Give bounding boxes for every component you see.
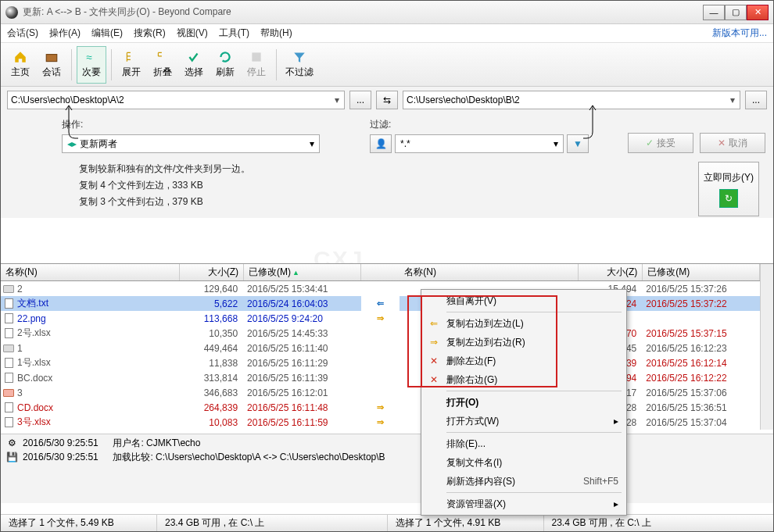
filter-person-button[interactable]: 👤 [370,134,392,153]
titlebar: 更新: A <--> B - 文件夹同步(O) - Beyond Compare… [1,1,773,24]
context-menu: 独自离开(V) ⇐复制右边到左边(L) ⇒复制左边到右边(R) ✕删除左边(F)… [421,289,627,516]
tb-stop: 停止 [242,46,271,84]
right-path-input[interactable] [407,95,729,105]
log-panel: ⚙2016/5/30 9:25:51 用户名: CJMKT\echo 💾2016… [1,434,773,503]
file-icon [2,373,15,384]
status-selection-right: 选择了 1 个文件, 4.91 KB [388,515,544,531]
table-row[interactable]: BC.docx313,8142016/5/25 16:11:39 [1,370,361,385]
ctx-isolate[interactable]: 独自离开(V) [423,291,625,310]
th-size[interactable]: 大小(Z) [180,264,244,280]
desc-line2: 复制 4 个文件到左边 , 333 KB [79,179,765,192]
ctx-open-with[interactable]: 打开方式(W)▸ [423,412,625,430]
menu-edit[interactable]: 编辑(E) [91,27,123,40]
chevron-down-icon[interactable]: ▾ [552,138,560,149]
ctx-exclude[interactable]: 排除(E)... [423,434,625,453]
ctx-copy-filename[interactable]: 复制文件名(I) [423,453,625,472]
swap-button[interactable]: ⇆ [376,91,398,109]
scrollbar[interactable] [760,264,773,430]
table-row[interactable]: 2129,6402016/5/25 15:34:41 [1,281,361,296]
tb-refresh[interactable]: 刷新 [210,46,240,84]
tb-nofilter[interactable]: 不过滤 [281,46,317,84]
menu-session[interactable]: 会话(S) [7,27,38,40]
file-icon [2,313,15,324]
description-panel: 复制较新和独有的文件/文件夹到另一边。 复制 4 个文件到左边 , 333 KB… [1,156,773,218]
diff-arrow [361,341,400,355]
statusbar: 选择了 1 个文件, 5.49 KB 23.4 GB 可用 , 在 C:\ 上 … [1,514,773,531]
tb-select[interactable]: 选择 [179,46,209,84]
refresh-icon: ↻ [719,189,738,208]
delete-icon: ✕ [428,355,440,366]
accept-button[interactable]: ✓接受 [628,133,693,153]
th-name[interactable]: 名称(N) [400,264,579,280]
table-row[interactable]: 文档.txt5,6222016/5/24 16:04:03 [1,296,361,311]
diff-arrow [361,385,400,400]
file-icon [2,417,15,428]
folder-icon [2,387,15,398]
th-name[interactable]: 名称(N) [1,264,180,280]
menu-help[interactable]: 帮助(H) [260,27,292,40]
cancel-button[interactable]: ✕取消 [700,133,765,153]
ctx-explorer[interactable]: 资源管理器(X)▸ [423,495,625,513]
menu-view[interactable]: 视图(V) [177,27,208,40]
window-title: 更新: A <--> B - 文件夹同步(O) - Beyond Compare [23,5,703,19]
diff-arrow: ⇒ [361,311,400,326]
desc-line3: 复制 3 个文件到右边 , 379 KB [79,195,765,209]
ctx-copy-right-to-left[interactable]: ⇐复制右边到左边(L) [423,314,625,333]
diff-arrow [361,281,400,296]
th-modified[interactable]: 已修改(M) [643,264,760,280]
tb-collapse[interactable]: 折叠 [148,46,177,84]
menu-tools[interactable]: 工具(T) [219,27,249,40]
save-icon: 💾 [5,452,18,462]
maximize-button[interactable]: ▢ [725,5,747,20]
table-row[interactable]: 3号.xlsx10,0832016/5/25 16:11:59 [1,415,361,430]
tb-session[interactable]: 会话 [37,46,66,84]
diff-arrow: ⇒ [361,400,400,415]
left-browse-button[interactable]: ... [349,91,371,109]
menu-action[interactable]: 操作(A) [49,27,81,40]
path-row: ▾ ... ⇆ ▾ ... [1,87,773,113]
desc-line1: 复制较新和独有的文件/文件夹到另一边。 [79,162,765,176]
close-button[interactable]: ✕ [747,5,769,20]
operation-combo[interactable]: ◂▸ 更新两者 ▾ [62,134,320,153]
mid-panel: 操作: ◂▸ 更新两者 ▾ 过滤: 👤 *.* ▾ ▼ ✓接受 ✕取消 [1,113,773,156]
sync-now-button[interactable]: 立即同步(Y) ↻ [698,162,759,216]
file-icon [2,358,15,369]
diff-arrow [361,370,400,385]
tb-secondary[interactable]: ≈次要 [77,46,106,84]
status-disk-right: 23.4 GB 可用 , 在 C:\ 上 [544,515,774,531]
tb-expand[interactable]: 展开 [116,46,146,84]
chevron-down-icon[interactable]: ▾ [308,138,316,149]
ctx-copy-left-to-right[interactable]: ⇒复制左边到右边(R) [423,333,625,352]
diff-arrow [361,326,400,341]
chevron-down-icon[interactable]: ▾ [729,95,736,105]
left-table: 名称(N) 大小(Z) 已修改(M)▲ 2129,6402016/5/25 15… [1,264,361,430]
table-row[interactable]: 1449,4642016/5/25 16:11:40 [1,341,361,355]
ctx-delete-right[interactable]: ✕删除右边(G) [423,370,625,389]
app-icon [5,6,18,19]
arrow-left-icon: ⇐ [428,318,440,329]
filter-combo[interactable]: *.* ▾ [395,134,564,153]
tb-home[interactable]: 主页 [5,46,35,84]
ctx-delete-left[interactable]: ✕删除左边(F) [423,352,625,370]
svg-text:≈: ≈ [86,52,92,63]
right-path-box[interactable]: ▾ [403,91,740,109]
gear-icon: ⚙ [5,437,18,448]
table-row[interactable]: 1号.xlsx11,8382016/5/25 16:11:29 [1,355,361,370]
th-modified[interactable]: 已修改(M)▲ [244,264,361,280]
right-browse-button[interactable]: ... [745,91,767,109]
th-size[interactable]: 大小(Z) [579,264,643,280]
chevron-down-icon[interactable]: ▾ [333,95,341,105]
table-row[interactable]: 22.png113,6682016/5/25 9:24:20 [1,311,361,326]
minimize-button[interactable]: — [703,5,725,20]
ctx-refresh-selection[interactable]: 刷新选择内容(S)Shift+F5 [423,472,625,491]
menu-search[interactable]: 搜索(R) [134,27,166,40]
table-row[interactable]: 2号.xlsx10,3502016/5/25 14:45:33 [1,326,361,341]
delete-icon: ✕ [428,374,440,385]
menubar: 会话(S) 操作(A) 编辑(E) 搜索(R) 视图(V) 工具(T) 帮助(H… [1,24,773,43]
svg-rect-2 [252,52,260,61]
file-icon [2,402,15,413]
table-row[interactable]: CD.docx264,8392016/5/25 16:11:48 [1,400,361,415]
table-row[interactable]: 3346,6832016/5/25 16:12:01 [1,385,361,400]
ctx-open[interactable]: 打开(O) [423,393,625,412]
new-version-link[interactable]: 新版本可用... [712,27,767,40]
